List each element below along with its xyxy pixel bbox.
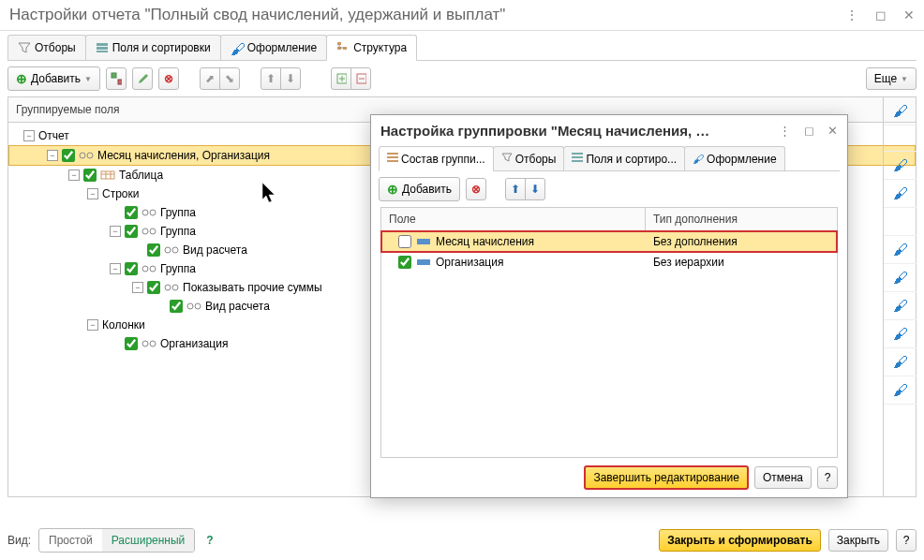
popup-move-up-button[interactable]: ⬆ — [505, 178, 526, 200]
node-checkbox[interactable] — [147, 243, 160, 257]
help-button[interactable]: ? — [896, 529, 917, 552]
move-left-button[interactable]: ⬈ — [200, 67, 220, 90]
menu-dots-icon[interactable]: ⋮ — [779, 124, 791, 138]
view-toggle: Простой Расширенный — [38, 528, 195, 553]
collapse-icon[interactable]: − — [87, 188, 98, 199]
edit-button[interactable] — [132, 67, 153, 90]
popup-add-button[interactable]: ⊕Добавить — [379, 177, 460, 201]
more-button[interactable]: Еще ▼ — [866, 67, 917, 90]
collapse-icon[interactable]: − — [132, 282, 143, 293]
tab-filters[interactable]: Отборы — [7, 35, 86, 60]
brush-cell[interactable]: 🖌 — [884, 376, 917, 405]
svg-point-10 — [80, 153, 85, 158]
brush-icon: 🖌 — [893, 298, 908, 315]
delete-button[interactable]: ⊗ — [158, 67, 179, 90]
brush-icon: 🖌 — [893, 242, 908, 258]
finish-editing-button[interactable]: Завершить редактирование — [584, 465, 749, 490]
popup-tab-composition[interactable]: Состав группи... — [379, 146, 494, 171]
maximize-icon[interactable]: ◻ — [804, 124, 814, 138]
node-label: Вид расчета — [183, 243, 247, 257]
node-checkbox[interactable] — [147, 281, 160, 294]
close-icon[interactable]: ✕ — [903, 7, 915, 22]
svg-point-18 — [172, 247, 178, 253]
hierarchy-right-icon: ⬊ — [225, 72, 234, 85]
cancel-label: Отмена — [763, 471, 803, 484]
row-checkbox[interactable] — [398, 256, 411, 269]
collapse-icon[interactable]: − — [47, 150, 58, 161]
popup-title: Настройка группировки "Месяц начисления,… — [380, 123, 779, 139]
expand-all-button[interactable] — [331, 67, 351, 90]
brush-cell[interactable]: 🖌 — [884, 320, 917, 348]
brush-cell[interactable]: 🖌 — [884, 97, 917, 125]
group-icon — [164, 245, 179, 255]
svg-point-11 — [87, 153, 93, 158]
menu-dots-icon[interactable]: ⋮ — [845, 7, 858, 22]
popup-toolbar: ⊕Добавить ⊗ ⬆ ⬇ — [371, 171, 847, 207]
node-checkbox[interactable] — [125, 262, 138, 275]
tab-fields[interactable]: Поля и сортировки — [85, 35, 221, 60]
close-icon[interactable]: ✕ — [827, 124, 838, 138]
main-toolbar: ⊕ Добавить ▼ ⊗ ⬈ ⬊ ⬆ ⬇ Еще ▼ — [0, 61, 924, 96]
bottom-bar: Вид: Простой Расширенный ? Закрыть и сфо… — [7, 528, 917, 553]
popup-move-down-button[interactable]: ⬇ — [525, 178, 545, 200]
brush-cell[interactable] — [884, 125, 917, 152]
node-label: Отчет — [38, 129, 69, 142]
tab-format[interactable]: 🖌 Оформление — [220, 35, 327, 60]
close-button[interactable]: Закрыть — [828, 529, 888, 552]
row-checkbox[interactable] — [398, 235, 411, 248]
move-down-button[interactable]: ⬇ — [280, 67, 301, 90]
popup-tab-fields[interactable]: Поля и сортиро... — [563, 146, 685, 170]
move-right-button[interactable]: ⬊ — [219, 67, 240, 90]
filter-icon — [18, 41, 31, 54]
brush-icon: 🖌 — [893, 157, 908, 174]
node-checkbox[interactable] — [125, 225, 138, 238]
brush-cell[interactable]: 🖌 — [884, 152, 917, 180]
collapse-icon[interactable]: − — [110, 263, 121, 274]
collapse-icon[interactable]: − — [87, 319, 98, 331]
node-label: Месяц начисления, Организация — [97, 149, 270, 162]
collapse-all-button[interactable] — [350, 67, 371, 90]
table-row[interactable]: Организация Без иерархии — [381, 252, 837, 273]
view-simple[interactable]: Простой — [39, 529, 102, 552]
brush-cell[interactable]: 🖌 — [884, 348, 917, 376]
node-checkbox[interactable] — [125, 337, 138, 350]
collapse-icon[interactable]: − — [68, 169, 80, 181]
brush-cell[interactable]: 🖌 — [884, 264, 917, 292]
node-checkbox[interactable] — [62, 149, 75, 162]
cancel-button[interactable]: Отмена — [754, 466, 812, 489]
move-up-button[interactable]: ⬆ — [261, 67, 281, 90]
filter-icon — [501, 152, 513, 166]
help-link[interactable]: ? — [206, 534, 213, 547]
collapse-icon[interactable]: − — [110, 226, 121, 237]
node-checkbox[interactable] — [125, 206, 138, 219]
brush-cell[interactable] — [884, 208, 917, 236]
popup-tabs: Состав группи... Отборы Поля и сортиро..… — [379, 146, 840, 171]
close-and-build-button[interactable]: Закрыть и сформировать — [659, 529, 821, 552]
right-brush-column: 🖌 🖌 🖌 🖌 🖌 🖌 🖌 🖌 🖌 — [883, 97, 917, 496]
node-checkbox[interactable] — [170, 300, 183, 313]
tab-structure[interactable]: Структура — [326, 35, 417, 61]
group-button[interactable] — [106, 67, 127, 90]
node-label: Группа — [160, 262, 196, 275]
table-row[interactable]: Месяц начисления Без дополнения — [381, 231, 837, 252]
svg-point-24 — [195, 303, 201, 309]
node-checkbox[interactable] — [83, 169, 97, 182]
field-type: Без иерархии — [646, 256, 837, 269]
maximize-icon[interactable]: ◻ — [875, 7, 887, 22]
view-advanced[interactable]: Расширенный — [102, 529, 195, 552]
brush-icon: 🖌 — [693, 153, 704, 166]
popup-tab-format[interactable]: 🖌Оформление — [684, 146, 784, 170]
brush-cell[interactable]: 🖌 — [884, 180, 917, 208]
brush-cell[interactable]: 🖌 — [884, 236, 917, 264]
plus-icon: ⊕ — [387, 182, 398, 197]
brush-cell[interactable]: 🖌 — [884, 292, 917, 320]
help-button[interactable]: ? — [817, 466, 838, 489]
hierarchy-left-icon: ⬈ — [205, 72, 215, 85]
node-label: Вид расчета — [205, 300, 270, 313]
svg-point-20 — [150, 266, 156, 272]
popup-tab-filters[interactable]: Отборы — [493, 146, 565, 170]
svg-point-16 — [150, 228, 156, 234]
popup-delete-button[interactable]: ⊗ — [466, 178, 486, 200]
collapse-icon[interactable]: − — [23, 130, 35, 141]
add-button[interactable]: ⊕ Добавить ▼ — [7, 66, 100, 91]
